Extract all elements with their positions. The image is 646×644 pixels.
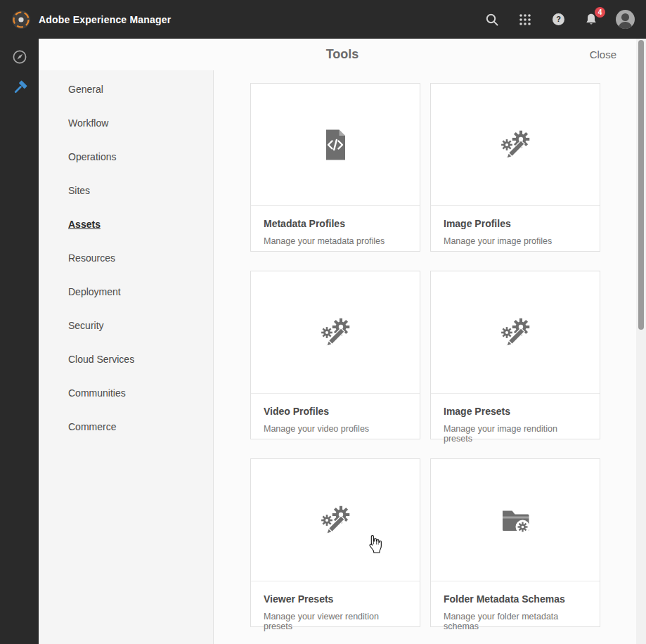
card-description: Manage your video profiles xyxy=(264,424,407,434)
card-description: Manage your image profiles xyxy=(444,236,587,246)
card-description: Manage your image rendition presets xyxy=(444,424,587,444)
card-icon-area xyxy=(251,459,420,581)
tools-header: Tools Close xyxy=(39,39,646,70)
apps-grid-icon xyxy=(519,13,531,26)
code-file-icon xyxy=(319,129,351,161)
apps-grid-button[interactable] xyxy=(517,11,534,28)
gears-pencil-icon xyxy=(319,504,351,536)
sidebar-item-communities[interactable]: Communities xyxy=(39,376,213,410)
avatar-head xyxy=(621,13,629,21)
card-video-profiles[interactable]: Video Profiles Manage your video profile… xyxy=(250,271,420,439)
search-icon xyxy=(485,13,499,27)
card-text: Folder Metadata Schemas Manage your fold… xyxy=(431,581,600,631)
sidebar-item-general[interactable]: General xyxy=(39,72,213,106)
sidebar-item-commerce[interactable]: Commerce xyxy=(39,410,213,444)
help-button[interactable]: ? xyxy=(550,11,567,28)
page-title: Tools xyxy=(39,47,646,62)
card-metadata-profiles[interactable]: Metadata Profiles Manage your metadata p… xyxy=(250,83,420,252)
card-icon-area xyxy=(431,271,600,394)
sidebar-item-resources[interactable]: Resources xyxy=(39,241,213,275)
card-folder-metadata-schemas[interactable]: Folder Metadata Schemas Manage your fold… xyxy=(430,458,600,627)
card-title: Viewer Presets xyxy=(264,593,407,605)
card-viewer-presets[interactable]: Viewer Presets Manage your viewer rendit… xyxy=(250,458,420,627)
card-title: Video Profiles xyxy=(264,406,407,417)
tools-sidebar: General Workflow Operations Sites Assets… xyxy=(39,70,214,644)
notification-badge: 4 xyxy=(595,7,605,18)
card-text: Image Presets Manage your image renditio… xyxy=(431,394,600,444)
sidebar-item-operations[interactable]: Operations xyxy=(39,140,213,174)
tools-content: Metadata Profiles Manage your metadata p… xyxy=(214,70,646,644)
card-icon-area xyxy=(431,459,600,581)
folder-gear-icon xyxy=(499,504,531,536)
card-icon-area xyxy=(251,84,420,206)
card-title: Metadata Profiles xyxy=(264,218,407,229)
card-title: Image Presets xyxy=(444,406,587,417)
rail-item-tools[interactable] xyxy=(7,75,32,101)
brand[interactable]: Adobe Experience Manager xyxy=(11,10,171,30)
card-description: Manage your viewer rendition presets xyxy=(264,612,407,631)
card-text: Metadata Profiles Manage your metadata p… xyxy=(251,206,420,246)
svg-text:?: ? xyxy=(556,15,561,23)
help-icon: ? xyxy=(552,13,565,26)
close-button[interactable]: Close xyxy=(590,49,616,60)
compass-icon xyxy=(11,49,28,65)
sidebar-item-sites[interactable]: Sites xyxy=(39,174,213,207)
card-title: Image Profiles xyxy=(444,218,587,229)
cards-grid: Metadata Profiles Manage your metadata p… xyxy=(250,83,600,627)
scrollbar-track[interactable] xyxy=(636,39,646,644)
topbar: Adobe Experience Manager ? xyxy=(0,0,646,39)
scrollbar-thumb[interactable] xyxy=(638,40,644,330)
card-icon-area xyxy=(251,271,420,394)
gears-pencil-icon xyxy=(499,129,531,161)
sidebar-item-security[interactable]: Security xyxy=(39,309,213,342)
card-text: Image Profiles Manage your image profile… xyxy=(431,206,600,246)
search-button[interactable] xyxy=(484,11,500,28)
card-description: Manage your folder metadata schemas xyxy=(444,612,587,631)
sidebar-item-assets[interactable]: Assets xyxy=(39,207,213,241)
topbar-actions: ? 4 xyxy=(484,10,635,29)
card-icon-area xyxy=(431,84,600,206)
card-title: Folder Metadata Schemas xyxy=(444,593,587,605)
card-image-profiles[interactable]: Image Profiles Manage your image profile… xyxy=(430,83,600,252)
app-title: Adobe Experience Manager xyxy=(39,14,171,25)
gears-pencil-icon xyxy=(319,316,351,349)
card-text: Viewer Presets Manage your viewer rendit… xyxy=(251,581,420,631)
sidebar-item-cloud-services[interactable]: Cloud Services xyxy=(39,342,213,376)
left-rail xyxy=(0,39,39,644)
gears-pencil-icon xyxy=(499,316,531,349)
notifications-button[interactable]: 4 xyxy=(583,11,600,28)
rail-item-navigation[interactable] xyxy=(7,44,32,70)
aem-logo-icon xyxy=(11,10,31,30)
avatar-shoulders xyxy=(618,22,633,29)
card-description: Manage your metadata profiles xyxy=(264,236,407,246)
card-image-presets[interactable]: Image Presets Manage your image renditio… xyxy=(430,271,600,439)
sidebar-item-workflow[interactable]: Workflow xyxy=(39,106,213,140)
sidebar-item-deployment[interactable]: Deployment xyxy=(39,275,213,309)
card-text: Video Profiles Manage your video profile… xyxy=(251,394,420,434)
avatar[interactable] xyxy=(616,10,635,29)
hammer-icon xyxy=(11,79,28,96)
